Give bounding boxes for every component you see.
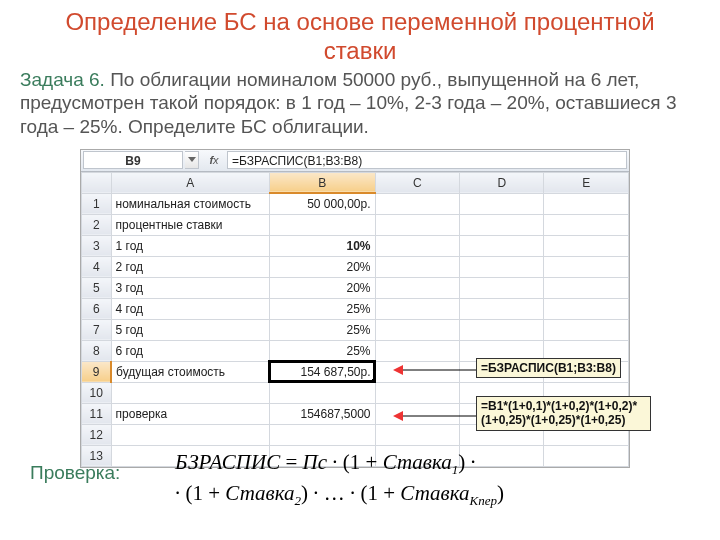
cell[interactable] [269, 214, 375, 235]
row-header[interactable]: 12 [82, 424, 112, 445]
cell[interactable]: номинальная стоимость [111, 193, 269, 214]
col-header-C[interactable]: C [375, 172, 459, 193]
task-label: Задача 6. [20, 69, 105, 90]
formula-input[interactable]: =БЗРАСПИС(B1;B3:B8) [227, 151, 627, 169]
spreadsheet: B9 fx =БЗРАСПИС(B1;B3:B8) A B C D E 1ном… [80, 149, 630, 468]
cell[interactable] [269, 382, 375, 403]
cell[interactable] [375, 298, 459, 319]
active-cell[interactable]: 154 687,50р. [269, 361, 375, 382]
row-header[interactable]: 8 [82, 340, 112, 361]
name-box[interactable]: B9 [83, 151, 183, 169]
fx-icon[interactable]: fx [205, 151, 223, 169]
col-header-B[interactable]: B [269, 172, 375, 193]
cell[interactable] [375, 277, 459, 298]
cell[interactable]: 20% [269, 277, 375, 298]
cell[interactable] [544, 298, 629, 319]
cell[interactable]: 25% [269, 340, 375, 361]
cell[interactable] [544, 445, 629, 466]
cell[interactable] [460, 319, 544, 340]
cell[interactable]: 50 000,00р. [269, 193, 375, 214]
cell[interactable] [544, 256, 629, 277]
cell[interactable]: 25% [269, 298, 375, 319]
cell[interactable]: 6 год [111, 340, 269, 361]
row-header[interactable]: 3 [82, 235, 112, 256]
math-formula: БЗРАСПИС = Пс · (1 + Ставка1) · · (1 + С… [175, 448, 504, 509]
check-label: Проверка: [30, 462, 120, 484]
cell[interactable] [544, 277, 629, 298]
cell[interactable] [460, 235, 544, 256]
name-box-dropdown[interactable] [185, 151, 199, 169]
cell[interactable] [460, 298, 544, 319]
problem-body: По облигации номиналом 50000 руб., выпущ… [20, 69, 676, 138]
cell[interactable] [375, 403, 459, 424]
cell[interactable]: 5 год [111, 319, 269, 340]
row-header[interactable]: 6 [82, 298, 112, 319]
cell[interactable] [375, 235, 459, 256]
page-title: Определение БС на основе переменной проц… [0, 0, 720, 68]
cell[interactable] [460, 214, 544, 235]
callout-formula-2: =B1*(1+0,1)*(1+0,2)*(1+0,2)*(1+0,25)*(1+… [476, 396, 651, 431]
cell[interactable]: 20% [269, 256, 375, 277]
cell[interactable] [544, 319, 629, 340]
row-header[interactable]: 4 [82, 256, 112, 277]
col-header-E[interactable]: E [544, 172, 629, 193]
row-header[interactable]: 7 [82, 319, 112, 340]
row-header[interactable]: 9 [82, 361, 112, 382]
cell[interactable] [544, 193, 629, 214]
row-header[interactable]: 2 [82, 214, 112, 235]
col-header-A[interactable]: A [111, 172, 269, 193]
row-header[interactable]: 10 [82, 382, 112, 403]
callout-formula-1: =БЗРАСПИС(B1;B3:B8) [476, 358, 621, 378]
cell[interactable] [269, 424, 375, 445]
cell[interactable]: будущая стоимость [111, 361, 269, 382]
cell[interactable]: проверка [111, 403, 269, 424]
cell[interactable] [460, 256, 544, 277]
row-header[interactable]: 5 [82, 277, 112, 298]
col-header-D[interactable]: D [460, 172, 544, 193]
cell[interactable]: 3 год [111, 277, 269, 298]
row-header[interactable]: 1 [82, 193, 112, 214]
formula-bar: B9 fx =БЗРАСПИС(B1;B3:B8) [81, 150, 629, 172]
cell[interactable] [375, 382, 459, 403]
problem-text: Задача 6. По облигации номиналом 50000 р… [0, 68, 720, 147]
cell[interactable] [375, 424, 459, 445]
select-all-corner[interactable] [82, 172, 112, 193]
cell[interactable] [460, 277, 544, 298]
cell[interactable]: 10% [269, 235, 375, 256]
cell[interactable] [460, 193, 544, 214]
cell[interactable]: 154687,5000 [269, 403, 375, 424]
cell[interactable] [544, 214, 629, 235]
cell[interactable]: 2 год [111, 256, 269, 277]
cell[interactable] [375, 361, 459, 382]
cell[interactable] [111, 382, 269, 403]
cell[interactable] [375, 256, 459, 277]
cell[interactable]: процентные ставки [111, 214, 269, 235]
cell[interactable]: 4 год [111, 298, 269, 319]
row-header[interactable]: 11 [82, 403, 112, 424]
fill-handle[interactable] [372, 379, 376, 383]
cell[interactable] [375, 319, 459, 340]
cell[interactable]: 1 год [111, 235, 269, 256]
cell[interactable] [375, 214, 459, 235]
cell[interactable]: 25% [269, 319, 375, 340]
cell[interactable] [375, 193, 459, 214]
cell[interactable] [544, 235, 629, 256]
cell[interactable] [111, 424, 269, 445]
cell[interactable] [375, 340, 459, 361]
